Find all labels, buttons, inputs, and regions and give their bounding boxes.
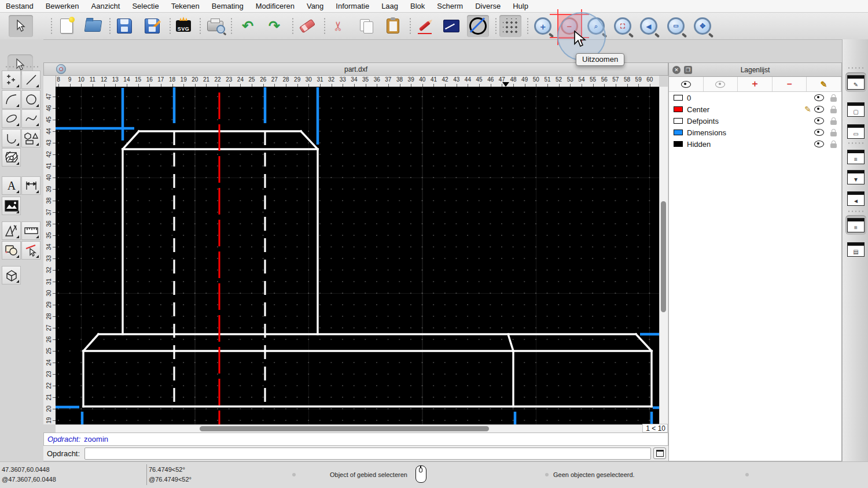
tool-dimension[interactable]	[21, 176, 41, 195]
layer-visibility-toggle[interactable]	[814, 129, 824, 136]
document-titlebar[interactable]: part.dxf	[43, 62, 668, 76]
menu-blok[interactable]: Blok	[410, 2, 425, 10]
show-all-layers-button[interactable]	[669, 77, 704, 91]
tool-spline[interactable]	[21, 109, 41, 128]
command-input[interactable]	[84, 448, 651, 460]
layer-lock-toggle[interactable]	[830, 106, 837, 113]
tool-selection-tools[interactable]	[2, 241, 21, 260]
construction-toggle-button[interactable]	[467, 15, 489, 37]
layer-color-swatch[interactable]	[674, 118, 683, 124]
tool-line[interactable]	[21, 71, 41, 89]
layer-color-swatch[interactable]	[674, 130, 683, 135]
undo-button[interactable]: ↶	[237, 15, 259, 37]
layer-visibility-toggle[interactable]	[814, 106, 824, 113]
layer-color-swatch[interactable]	[674, 95, 683, 101]
zoom-previous-button[interactable]: ◄	[638, 15, 660, 37]
tool-text[interactable]: A	[2, 176, 21, 195]
select-button[interactable]	[9, 15, 33, 37]
remove-layer-button[interactable]: －	[773, 77, 807, 91]
menu-informatie[interactable]: Informatie	[336, 2, 369, 10]
layer-lock-toggle[interactable]	[830, 129, 837, 136]
command-detach-button[interactable]	[653, 448, 666, 459]
layer-row-dimensions[interactable]: Dimensions	[669, 127, 841, 138]
tool-circle[interactable]	[21, 90, 41, 109]
dock-clipboard-panel[interactable]: ▤	[845, 239, 866, 259]
save-icon	[117, 19, 132, 34]
copy-button[interactable]	[355, 15, 377, 37]
delete-button[interactable]	[296, 15, 318, 37]
menu-bewerken[interactable]: Bewerken	[46, 2, 79, 10]
layer-row-defpoints[interactable]: Defpoints	[669, 115, 841, 127]
command-history: Opdracht: zoomin	[43, 432, 668, 446]
menu-bar: BestandBewerkenAanzichtSelectieTekenenBe…	[0, 0, 868, 13]
menu-bestand[interactable]: Bestand	[6, 2, 34, 10]
pan-button[interactable]: ✥	[692, 15, 713, 37]
new-file-button[interactable]	[56, 15, 78, 37]
draw-freehand-button[interactable]	[414, 15, 436, 37]
drawing-canvas[interactable]	[56, 87, 659, 424]
dimension-arrow-icon	[443, 20, 459, 32]
zoom-in-button[interactable]: ＋	[532, 15, 554, 37]
dock-selection-filter[interactable]: ▢	[845, 99, 866, 119]
tool-solid[interactable]	[2, 266, 21, 284]
menu-laag[interactable]: Laag	[381, 2, 398, 10]
tool-hatch[interactable]	[2, 148, 21, 167]
menu-diverse[interactable]: Diverse	[475, 2, 501, 10]
horizontal-scrollbar-thumb[interactable]	[200, 426, 489, 431]
dock-viewports[interactable]: ▭	[845, 121, 866, 141]
save-as-button[interactable]	[141, 15, 163, 37]
layer-lock-toggle[interactable]	[830, 117, 837, 125]
layer-row-center[interactable]: Center✎	[669, 103, 841, 115]
vertical-scrollbar-thumb[interactable]	[661, 201, 666, 312]
tool-measure[interactable]	[21, 221, 41, 240]
zoom-window-button[interactable]: ▭	[665, 15, 687, 37]
dock-property-editor[interactable]: ✎	[845, 72, 866, 92]
tool-ellipse[interactable]	[2, 109, 21, 128]
layer-lock-toggle[interactable]	[830, 141, 837, 148]
zoom-selection-button[interactable]: ⛶	[612, 15, 634, 37]
menu-selectie[interactable]: Selectie	[132, 2, 159, 10]
svg-export-button[interactable]: SVG	[172, 15, 194, 37]
tool-arc[interactable]	[2, 90, 21, 109]
menu-tekenen[interactable]: Tekenen	[171, 2, 200, 10]
tool-points[interactable]	[2, 71, 21, 89]
tool-image[interactable]	[2, 197, 21, 215]
undock-icon[interactable]: ❐	[684, 66, 692, 74]
menu-modificeren[interactable]: Modificeren	[256, 2, 295, 10]
dock-layer-list[interactable]: ≡	[845, 147, 866, 167]
layer-visibility-toggle[interactable]	[814, 117, 824, 124]
layer-visibility-toggle[interactable]	[814, 94, 824, 101]
close-icon[interactable]: ✕	[672, 66, 681, 74]
tool-shapes[interactable]	[21, 129, 41, 147]
menu-vang[interactable]: Vang	[307, 2, 323, 10]
menu-bemating[interactable]: Bemating	[212, 2, 244, 10]
dimension-style-button[interactable]	[440, 15, 462, 37]
layer-color-swatch[interactable]	[674, 106, 683, 112]
menu-hulp[interactable]: Hulp	[513, 2, 528, 10]
layer-lock-toggle[interactable]	[830, 94, 837, 102]
menu-scherm[interactable]: Scherm	[437, 2, 463, 10]
redo-button[interactable]: ↷	[263, 15, 285, 37]
tool-delete-entity[interactable]	[21, 241, 41, 260]
menu-aanzicht[interactable]: Aanzicht	[91, 2, 120, 10]
paste-button[interactable]	[382, 15, 404, 37]
dock-coordinate-info[interactable]: ≡	[845, 215, 866, 235]
open-file-button[interactable]	[82, 15, 104, 37]
tool-polyline[interactable]	[2, 129, 21, 147]
print-preview-button[interactable]	[204, 15, 226, 37]
add-layer-button[interactable]: ＋	[738, 77, 773, 91]
cut-button[interactable]: ✂	[328, 15, 350, 37]
layer-visibility-toggle[interactable]	[814, 141, 824, 147]
layer-color-swatch[interactable]	[674, 141, 683, 147]
grid-toggle-button[interactable]	[499, 15, 521, 37]
vertical-scrollbar[interactable]	[659, 87, 668, 424]
edit-layer-button[interactable]: ✎	[807, 77, 841, 91]
save-button[interactable]	[113, 15, 135, 37]
layer-row-0[interactable]: 0	[669, 92, 841, 103]
hide-all-layers-button[interactable]	[704, 77, 738, 91]
layer-row-hidden[interactable]: Hidden	[669, 138, 841, 150]
tool-modify[interactable]	[2, 221, 21, 240]
horizontal-scrollbar[interactable]	[56, 424, 642, 433]
dock-filter[interactable]: ▼	[845, 167, 866, 187]
dock-command-history[interactable]: ◄	[845, 188, 866, 208]
